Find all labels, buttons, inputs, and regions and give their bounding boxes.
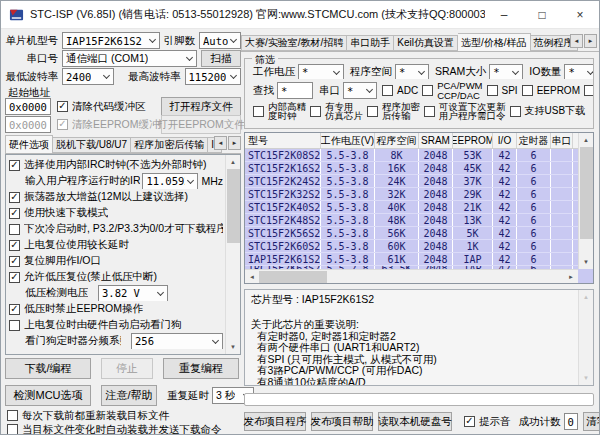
checkbox[interactable]	[310, 106, 321, 117]
scroll-down-icon[interactable]: ▼	[226, 340, 241, 354]
column-header[interactable]: 定时器	[517, 133, 551, 148]
tab-串口助手[interactable]: 串口助手	[347, 35, 394, 51]
download-program-button[interactable]: 下载/编程	[5, 358, 91, 379]
notice-help-button[interactable]: 注意/帮助	[101, 385, 157, 406]
filter-select[interactable]: *	[489, 64, 523, 80]
open-program-file-button[interactable]: 打开程序文件	[161, 97, 241, 116]
table-row[interactable]: STC15F2K40S25.5-3.840K204821K426	[245, 201, 578, 214]
download-option[interactable]: 每次下载前都重新装载目标文件	[7, 409, 241, 422]
scrollbar-thumb[interactable]	[580, 147, 593, 239]
repeat-program-button[interactable]: 重复编程	[163, 358, 239, 379]
freq-select[interactable]: 11.0592	[142, 173, 198, 189]
filter-select[interactable]: *	[564, 64, 593, 80]
checkbox[interactable]	[367, 106, 378, 117]
tab-大赛/实验室/教材/招聘[interactable]: 大赛/实验室/教材/招聘	[241, 35, 347, 51]
minimize-button[interactable]: –	[485, 1, 523, 28]
filter-checkbox[interactable]: EEPROM	[522, 85, 580, 96]
checkbox[interactable]	[422, 85, 433, 96]
min-baud-select[interactable]: 2400	[62, 68, 114, 85]
scan-button[interactable]: 扫描	[201, 50, 241, 67]
scrollbar-thumb[interactable]	[259, 271, 327, 283]
checkbox[interactable]	[584, 85, 593, 96]
checkbox[interactable]	[9, 272, 20, 283]
scroll-down-icon[interactable]: ▼	[579, 255, 594, 269]
filter-checkbox[interactable]: 可设置下次更新 用户程序需口令	[424, 102, 506, 121]
filter-select[interactable]: *	[395, 64, 429, 80]
scrollbar-thumb[interactable]	[227, 169, 240, 243]
maximize-button[interactable]: □	[523, 1, 561, 28]
filter-checkbox[interactable]: 内部高精 度时钟	[253, 102, 306, 121]
table-row[interactable]: STC15F2K24S25.5-3.824K204837K426	[245, 175, 578, 188]
tab-scroll-left-icon[interactable]: ◄	[570, 34, 583, 48]
wdt-select[interactable]: 256	[131, 333, 223, 349]
checkbox[interactable]	[510, 106, 521, 117]
column-header[interactable]: 程序空间	[375, 133, 419, 148]
checkbox[interactable]	[253, 106, 264, 117]
lvd-select[interactable]: 3.82 V	[98, 285, 168, 301]
clear-count-button[interactable]: 清零	[583, 412, 600, 431]
filter-checkbox[interactable]: 有专用 仿真芯片	[310, 102, 363, 121]
scroll-left-icon[interactable]: ◄	[245, 270, 259, 284]
publish-help-button[interactable]: 发布项目帮助	[311, 412, 373, 431]
code-address-input[interactable]: 0x0000	[5, 98, 51, 115]
eeprom-address-input[interactable]: 0x0000	[5, 116, 51, 133]
pin-count-select[interactable]: Auto	[199, 32, 241, 49]
tab-Keil仿真设置[interactable]: Keil仿真设置	[394, 35, 458, 51]
checkbox[interactable]	[9, 160, 20, 171]
column-header[interactable]: SRAM	[419, 133, 453, 148]
table-row[interactable]: STC15F2K08S25.5-3.88K204853K426	[245, 149, 578, 162]
tab-硬件选项[interactable]: 硬件选项	[5, 135, 53, 154]
clear-code-option[interactable]: 清除代码缓冲区	[57, 100, 161, 114]
filter-checkbox[interactable]: 程序加密 后传输	[367, 102, 420, 121]
max-baud-select[interactable]: 115200	[185, 68, 242, 85]
filter-checkbox[interactable]: SPI	[487, 85, 518, 96]
search-input[interactable]: *	[277, 82, 313, 99]
column-header[interactable]: I/O	[493, 133, 517, 148]
checkbox[interactable]	[9, 192, 20, 203]
publish-program-button[interactable]: 发布项目程序	[244, 412, 306, 431]
checkbox[interactable]	[9, 240, 20, 251]
checkbox[interactable]	[9, 224, 20, 235]
table-row[interactable]: IAP15F2K61S25.5-3.861K2048IAP426	[245, 253, 578, 266]
table-row[interactable]: STC15F2K32S25.5-3.832K204829K426	[245, 188, 578, 201]
checkbox[interactable]	[9, 208, 20, 219]
scroll-right-icon[interactable]: ►	[564, 270, 578, 284]
checkbox[interactable]	[487, 85, 498, 96]
table-row[interactable]: STC15F2K60S25.5-3.860K20481K426	[245, 240, 578, 253]
column-header[interactable]: 工作电压(V)	[321, 133, 375, 148]
read-disk-id-button[interactable]: 读取本机硬盘号	[378, 412, 452, 431]
table-row[interactable]: STC15F2K56S25.5-3.856K20485K426	[245, 227, 578, 240]
tab-scroll-left-icon[interactable]: ◄	[214, 136, 227, 150]
checkbox[interactable]	[9, 320, 20, 331]
table-vertical-scrollbar[interactable]: ▲ ▼	[578, 133, 593, 269]
checkbox[interactable]	[7, 424, 18, 435]
uart-filter-select[interactable]: *	[343, 82, 377, 99]
table-horizontal-scrollbar[interactable]: ◄ ►	[245, 269, 578, 283]
table-row[interactable]: STC15F2K16S25.5-3.816K204845K426	[245, 162, 578, 175]
tab-选型/价格/样品[interactable]: 选型/价格/样品	[458, 33, 531, 52]
checkbox[interactable]	[57, 101, 68, 112]
column-header[interactable]: 串口	[551, 133, 573, 148]
tab-程序加密后传输[interactable]: 程序加密后传输	[131, 137, 208, 153]
filter-checkbox[interactable]: 比较器(可当 可作掉电检	[584, 81, 593, 100]
com-port-select[interactable]: 通信端口 (COM1)	[62, 50, 197, 67]
filter-checkbox[interactable]: 支持USB下载	[510, 106, 586, 117]
scroll-up-icon[interactable]: ▲	[226, 155, 241, 169]
checkbox[interactable]	[522, 85, 533, 96]
checkbox[interactable]	[424, 106, 435, 117]
scroll-up-icon[interactable]: ▲	[579, 133, 594, 147]
checkbox[interactable]	[464, 416, 475, 427]
checkbox[interactable]	[9, 256, 20, 267]
column-header[interactable]: 型号	[245, 133, 321, 148]
beep-option[interactable]: 提示音	[464, 415, 511, 429]
column-header[interactable]: EEPROM	[453, 133, 493, 148]
table-row[interactable]: STC15F2K48S25.5-3.848K204813K426	[245, 214, 578, 227]
tab-scroll-right-icon[interactable]: ►	[228, 136, 241, 150]
options-scrollbar[interactable]: ▲ ▼	[225, 155, 240, 354]
download-option[interactable]: 当目标文件变化时自动装载并发送下载命令	[7, 423, 241, 435]
close-button[interactable]: ×	[561, 1, 599, 28]
filter-checkbox[interactable]: ADC	[382, 85, 418, 96]
tab-scroll-right-icon[interactable]: ►	[584, 34, 597, 48]
checkbox[interactable]	[9, 304, 20, 315]
filter-checkbox[interactable]: PCA/PWM CCP/DAC	[422, 81, 482, 100]
